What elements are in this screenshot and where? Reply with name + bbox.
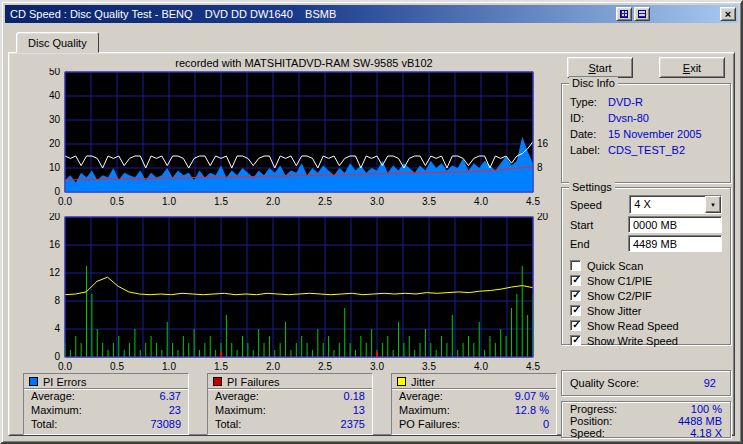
progress-row: Progress:100 % [562, 403, 730, 415]
field-label: Quality Score: [570, 377, 639, 389]
field-label: Label: [570, 144, 608, 156]
legend-row: Maximum:23 [24, 403, 188, 417]
stat-label: Total: [31, 417, 57, 431]
svg-text:3.0: 3.0 [370, 196, 384, 207]
chevron-down-icon[interactable]: ▼ [705, 196, 721, 213]
checkbox-quick-scan[interactable]: Quick Scan [562, 258, 730, 273]
legend-row: Total:73089 [24, 417, 188, 431]
pi-errors-legend: PI Errors Average:6.37 Maximum:23 Total:… [23, 373, 189, 435]
quality-row: Quality Score: 92 [562, 371, 730, 389]
svg-text:3.0: 3.0 [370, 361, 384, 372]
pi-failures-chart: 048121620200.00.51.01.52.02.53.03.54.04.… [29, 213, 557, 375]
svg-text:16: 16 [537, 138, 549, 149]
legend-row: Average:6.37 [24, 389, 188, 403]
stat-value: 73089 [150, 417, 181, 431]
svg-text:3.5: 3.5 [422, 196, 436, 207]
stat-label: Total: [215, 417, 241, 431]
legend-title: PI Failures [227, 376, 280, 388]
field-label: End [570, 238, 628, 250]
svg-text:4: 4 [54, 323, 60, 334]
legend-row: Maximum:12.8 % [392, 403, 556, 417]
svg-text:2.0: 2.0 [266, 196, 280, 207]
stat-label: Average: [31, 389, 75, 403]
titlebar[interactable]: CD Speed : Disc Quality Test - BENQ DVD … [5, 5, 738, 23]
legend-header: PI Failures [208, 374, 372, 389]
start-row: Start [562, 216, 730, 233]
end-mb-input[interactable] [628, 235, 722, 252]
legend-row: Average:9.07 % [392, 389, 556, 403]
svg-text:30: 30 [49, 114, 61, 125]
pi-failures-swatch [213, 377, 222, 386]
stat-value: 2375 [341, 417, 365, 431]
text-view-button[interactable] [634, 7, 650, 21]
field-label: Speed [570, 199, 629, 211]
legend-title: Jitter [411, 376, 435, 388]
jitter-legend: Jitter Average:9.07 % Maximum:12.8 % PO … [391, 373, 557, 435]
legend-row: Maximum:13 [208, 403, 372, 417]
stat-value: 9.07 % [515, 389, 549, 403]
checkbox-label: Show C1/PIE [587, 275, 652, 287]
checkbox-label: Show Write Speed [587, 335, 678, 347]
close-button[interactable]: × [720, 7, 736, 21]
exit-button[interactable]: Exit [659, 57, 725, 78]
speed-value: 4 X [630, 196, 705, 213]
svg-text:8: 8 [54, 295, 60, 306]
field-label: Start [570, 219, 628, 231]
start-mb-input[interactable] [628, 216, 722, 233]
svg-text:1.0: 1.0 [162, 361, 176, 372]
checkbox-label: Show Read Speed [587, 320, 679, 332]
field-value: DVD-R [608, 96, 643, 108]
svg-text:40: 40 [49, 90, 61, 101]
field-label: Progress: [570, 403, 617, 415]
svg-text:20: 20 [537, 213, 549, 222]
stat-label: Maximum: [399, 403, 450, 417]
end-row: End [562, 235, 730, 252]
stat-label: Maximum: [31, 403, 82, 417]
svg-text:0.0: 0.0 [58, 361, 72, 372]
checkbox-icon[interactable] [570, 290, 581, 301]
svg-text:0.5: 0.5 [110, 196, 124, 207]
stat-label: Average: [215, 389, 259, 403]
settings-group: Settings Speed 4 X ▼ Start End Quick Sca [561, 187, 731, 345]
svg-text:0.5: 0.5 [110, 361, 124, 372]
svg-text:50: 50 [49, 68, 61, 77]
legend-header: Jitter [392, 374, 556, 389]
disc-info-row: Label:CDS_TEST_B2 [562, 142, 730, 158]
tab-panel: recorded with MATSHITADVD-RAM SW-9585 vB… [8, 52, 735, 436]
svg-text:4.5: 4.5 [526, 361, 540, 372]
svg-text:12: 12 [49, 267, 61, 278]
field-label: Speed: [570, 427, 605, 439]
field-value: 15 November 2005 [608, 128, 702, 140]
checkbox-show-c1-pie[interactable]: Show C1/PIE [562, 273, 730, 288]
stat-label: PO Failures: [399, 417, 460, 431]
field-value: 4.18 X [690, 427, 722, 439]
checkbox-icon[interactable] [570, 335, 581, 346]
legend-header: PI Errors [24, 374, 188, 389]
svg-text:1.5: 1.5 [214, 361, 228, 372]
svg-text:2.0: 2.0 [266, 361, 280, 372]
stat-label: Maximum: [215, 403, 266, 417]
field-label: Type: [570, 96, 608, 108]
checkbox-show-jitter[interactable]: Show Jitter [562, 303, 730, 318]
start-button[interactable]: Start [567, 57, 633, 78]
field-value: CDS_TEST_B2 [608, 144, 685, 156]
legend-title: PI Errors [43, 376, 86, 388]
quality-score-value: 92 [704, 377, 716, 389]
list-icon [638, 10, 646, 18]
checkbox-show-c2-pif[interactable]: Show C2/PIF [562, 288, 730, 303]
legend-row: PO Failures:0 [392, 417, 556, 431]
svg-text:1.5: 1.5 [214, 196, 228, 207]
checkbox-show-write-speed[interactable]: Show Write Speed [562, 333, 730, 348]
checkbox-show-read-speed[interactable]: Show Read Speed [562, 318, 730, 333]
checkbox-icon[interactable] [570, 320, 581, 331]
stat-value: 13 [353, 403, 365, 417]
checkbox-icon[interactable] [570, 260, 581, 271]
graph-view-button[interactable] [616, 7, 632, 21]
tab-disc-quality[interactable]: Disc Quality [16, 32, 99, 53]
speed-select[interactable]: 4 X ▼ [629, 195, 722, 214]
checkbox-icon[interactable] [570, 275, 581, 286]
window-title: CD Speed : Disc Quality Test - BENQ DVD … [7, 8, 336, 20]
stat-value: 23 [169, 403, 181, 417]
app-window: CD Speed : Disc Quality Test - BENQ DVD … [0, 0, 743, 444]
checkbox-icon[interactable] [570, 305, 581, 316]
